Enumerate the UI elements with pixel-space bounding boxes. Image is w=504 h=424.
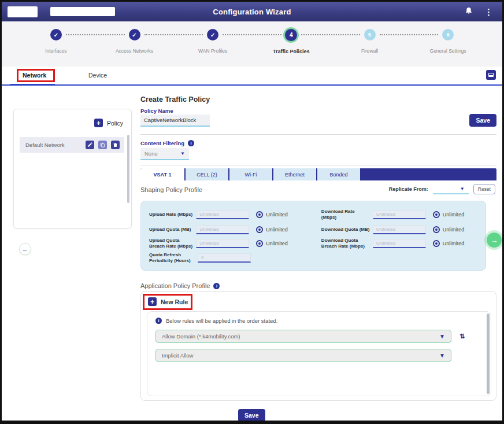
add-policy-button[interactable]: + Policy (94, 119, 123, 127)
save-policy-button[interactable]: Save (469, 114, 496, 127)
forward-arrow-icon: → (491, 236, 498, 245)
new-rule-button[interactable]: + New Rule (148, 297, 188, 306)
policy-name-label: Policy Name (140, 108, 173, 114)
expand-window-icon[interactable] (486, 70, 496, 80)
step-interfaces[interactable]: ✓ Interfaces (17, 21, 95, 67)
chevron-down-icon: ▼ (180, 151, 185, 156)
upload-quota-input[interactable] (196, 225, 249, 234)
policy-list-item[interactable]: Default Network (20, 137, 124, 153)
download-quota-input[interactable] (373, 225, 426, 234)
rules-order-note: Below rules will be applied in the order… (166, 318, 277, 324)
reset-button[interactable]: Reset (473, 184, 495, 194)
next-interface-button[interactable]: → (487, 233, 502, 248)
kebab-menu-icon[interactable]: ⋮ (484, 8, 493, 16)
wizard-stepper: ✓ Interfaces ✓ Access Networks ✓ WAN Pro… (2, 21, 502, 67)
check-icon: ✓ (129, 29, 140, 40)
section-heading: Create Traffic Policy (140, 95, 210, 104)
download-rate-unlimited-radio[interactable] (433, 211, 440, 218)
check-icon: ✓ (207, 29, 218, 40)
app-header: Configuration Wizard ⋮ (2, 2, 502, 21)
bell-icon[interactable] (465, 6, 473, 17)
step-traffic-policies[interactable]: 4 Traffic Policies (252, 21, 331, 67)
download-quota-unlimited-radio[interactable] (433, 226, 440, 233)
rules-list-panel: i Below rules will be applied in the ord… (147, 311, 491, 396)
active-tab-indicator (10, 84, 55, 86)
edit-pencil-icon[interactable] (86, 141, 94, 149)
policy-name-input[interactable] (140, 115, 210, 127)
info-icon[interactable]: i (188, 140, 194, 146)
step-number: 5 (364, 29, 376, 40)
rule-implicit-allow-select[interactable]: Implicit Allow ▼ (155, 349, 451, 362)
upload-breach-unlimited-radio[interactable] (256, 240, 263, 247)
plus-icon: + (148, 297, 157, 306)
configuration-wizard-screen: Configuration Wizard ⋮ ✓ Interfaces ✓ Ac… (0, 0, 504, 424)
tab-bar-filler (360, 168, 496, 180)
step-number: 6 (442, 29, 454, 40)
page-title: Configuration Wizard (2, 8, 502, 16)
back-arrow-button[interactable]: ← (19, 243, 31, 255)
tab-device[interactable]: Device (88, 72, 107, 79)
chevron-down-icon: ▼ (460, 186, 465, 191)
download-breach-rate-input[interactable] (373, 239, 426, 248)
content-filtering-select[interactable]: None ▼ (140, 148, 189, 160)
upload-breach-rate-input[interactable] (196, 239, 249, 248)
tab-network[interactable]: Network (23, 72, 46, 79)
tab-vsat-1[interactable]: VSAT 1 (140, 168, 184, 180)
reorder-handle-icon[interactable]: ⇅ (459, 333, 465, 340)
upload-rate-unlimited-radio[interactable] (256, 211, 263, 218)
step-access-networks[interactable]: ✓ Access Networks (95, 21, 174, 67)
tab-cell[interactable]: CELL (2) (184, 168, 228, 180)
interface-tab-bar: VSAT 1 CELL (2) Wi-Fi Ethernet Bonded (140, 168, 496, 180)
replicate-from-label: Replicate From: (389, 186, 428, 192)
divider (140, 134, 496, 135)
info-icon: i (155, 318, 162, 324)
save-bottom-button[interactable]: Save (238, 409, 265, 422)
step-wan-profiles[interactable]: ✓ WAN Profiles (173, 21, 252, 67)
application-rules-card: + New Rule i Below rules will be applied… (140, 291, 496, 401)
divider (140, 165, 496, 165)
policy-list-scrollbar[interactable] (127, 135, 129, 203)
info-icon[interactable]: i (213, 283, 220, 289)
shaping-profile-title: Shaping Policy Profile (140, 186, 202, 193)
step-number: 4 (285, 29, 297, 41)
shaping-policy-panel: Upload Rate (Mbps) Unlimited Download Ra… (140, 201, 486, 271)
scope-tab-bar: Network Device (2, 67, 502, 86)
tab-ethernet[interactable]: Ethernet (272, 168, 316, 180)
tab-wifi[interactable]: Wi-Fi (228, 168, 272, 180)
application-profile-title-row: Application Policy Profile i (140, 282, 220, 289)
upload-quota-unlimited-radio[interactable] (256, 226, 263, 233)
upload-rate-input[interactable] (196, 210, 249, 219)
delete-trash-icon[interactable] (111, 141, 120, 149)
chevron-down-icon: ▼ (439, 333, 445, 340)
back-arrow-icon: ← (22, 246, 28, 253)
rules-panel-scrollbar[interactable] (487, 314, 490, 394)
content-filtering-label-row: Content Filtering i (140, 140, 194, 146)
plus-icon: + (94, 119, 103, 127)
rule-allow-domain-select[interactable]: Allow Domain (*.k4mobility.com) ▼ (155, 330, 451, 343)
replicate-from-select[interactable]: ▼ (433, 185, 469, 194)
check-icon: ✓ (50, 29, 62, 40)
policy-list-card: + Policy Default Network (13, 109, 132, 228)
step-general-settings[interactable]: 6 General Settings (409, 21, 487, 67)
step-firewall[interactable]: 5 Firewall (331, 21, 409, 67)
main-content: + Policy Default Network (2, 87, 502, 421)
chevron-down-icon: ▼ (439, 352, 445, 359)
copy-icon[interactable] (98, 141, 107, 149)
quota-refresh-input[interactable] (198, 253, 251, 263)
tab-bonded[interactable]: Bonded (316, 168, 360, 180)
download-breach-unlimited-radio[interactable] (433, 240, 440, 247)
download-rate-input[interactable] (373, 210, 426, 219)
